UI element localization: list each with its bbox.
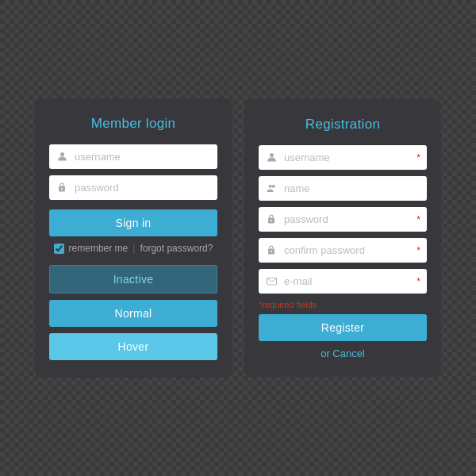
- reg-email-input[interactable]: [259, 269, 427, 294]
- reg-password-group: *: [259, 207, 427, 232]
- reg-confirm-input[interactable]: [259, 238, 427, 263]
- login-password-group: [49, 175, 217, 200]
- reg-email-group: *: [259, 269, 427, 294]
- separator: |: [132, 243, 135, 254]
- state-buttons: Inactive Normal Hover: [49, 265, 217, 360]
- register-button[interactable]: Register: [259, 314, 427, 341]
- reg-name-input[interactable]: [259, 176, 427, 201]
- remember-label: remember me: [69, 243, 129, 254]
- login-password-input[interactable]: [49, 175, 217, 200]
- hover-button[interactable]: Hover: [49, 333, 217, 360]
- forgot-password-link[interactable]: forgot password?: [140, 243, 213, 254]
- reg-confirm-group: *: [259, 238, 427, 263]
- login-username-group: [49, 144, 217, 169]
- normal-button[interactable]: Normal: [49, 300, 217, 327]
- signin-button[interactable]: Sign in: [49, 209, 217, 236]
- cancel-link[interactable]: or Cancel: [259, 347, 427, 359]
- reg-password-input[interactable]: [259, 207, 427, 232]
- login-panel: Member login Sign in remember me | forgo…: [35, 98, 232, 378]
- inactive-button: Inactive: [49, 265, 217, 294]
- remember-checkbox[interactable]: [54, 244, 64, 254]
- reg-username-group: *: [259, 145, 427, 170]
- reg-name-group: [259, 176, 427, 201]
- confirm-required-star: *: [416, 245, 420, 256]
- username-required-star: *: [416, 152, 420, 163]
- login-username-input[interactable]: [49, 144, 217, 169]
- required-note: *required fields: [259, 300, 427, 309]
- remember-row: remember me | forgot password?: [49, 243, 217, 254]
- password-required-star: *: [416, 214, 420, 225]
- email-required-star: *: [416, 276, 420, 287]
- login-title: Member login: [49, 116, 217, 132]
- registration-panel: Registration *: [244, 99, 441, 377]
- reg-username-input[interactable]: [259, 145, 427, 170]
- registration-title: Registration: [259, 117, 427, 132]
